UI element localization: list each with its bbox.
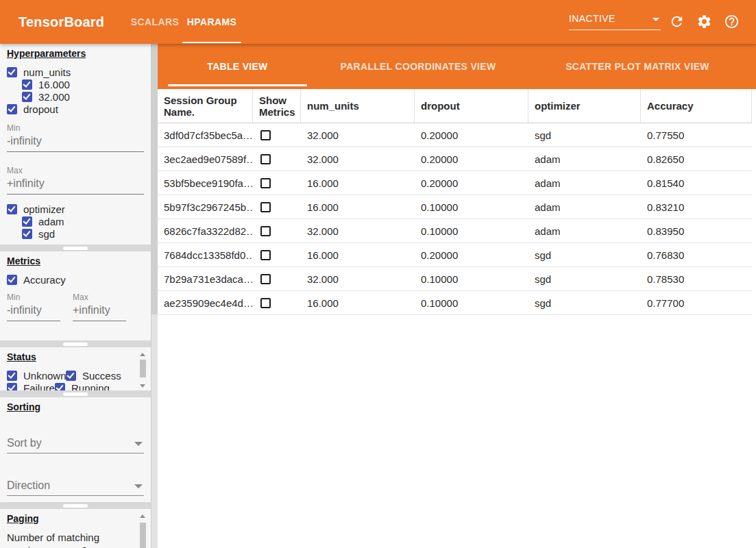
scrollbar-thumb[interactable]: [140, 360, 146, 377]
running-label: Running: [71, 382, 110, 391]
accuracy-cell: 0.77550: [641, 129, 752, 141]
sort-by-dropdown[interactable]: Sort by: [7, 434, 144, 453]
tab-scatter-plot-matrix-view[interactable]: SCATTER PLOT MATRIX VIEW: [547, 44, 728, 89]
refresh-icon[interactable]: [669, 14, 685, 29]
status-scrollbar[interactable]: [139, 353, 147, 388]
running-checkbox[interactable]: [55, 383, 65, 391]
accuracy-min-input[interactable]: [7, 302, 60, 321]
scrollbar-thumb[interactable]: [151, 44, 158, 314]
optimizer-cell: sgd: [528, 273, 641, 285]
num-units-cell: 32.000: [301, 273, 415, 285]
col-show-metrics: Show Metrics: [253, 89, 301, 123]
dropout-max-field: Max: [7, 166, 144, 195]
chevron-down-icon: [653, 18, 659, 21]
dropout-cell: 0.10000: [415, 201, 528, 213]
col-num-units: num_units: [301, 89, 415, 123]
session-group-name-cell: 53bf5bece9190fa…: [158, 177, 253, 189]
accuracy-cell: 0.83210: [641, 201, 752, 213]
failure-checkbox[interactable]: [7, 383, 17, 391]
accuracy-max-input[interactable]: [73, 302, 126, 321]
tab-scalars[interactable]: SCALARS: [127, 0, 182, 44]
show-metrics-checkbox[interactable]: [260, 226, 271, 236]
help-icon[interactable]: [724, 14, 740, 29]
value-16-label: 16.000: [38, 79, 70, 90]
paging-scrollbar[interactable]: [139, 514, 147, 548]
hyperparameters-section: Hyperparameters num_units 16.000 32.000 …: [0, 44, 151, 245]
table-row: ae235909ec4e4d… 16.000 0.10000 sgd 0.777…: [158, 291, 752, 315]
show-metrics-cell: [253, 226, 301, 236]
tab-hparams[interactable]: HPARAMS: [182, 0, 241, 44]
col-accuracy: Accuracy: [641, 89, 752, 123]
num-units-cell: 16.000: [301, 249, 415, 261]
accuracy-cell: 0.81540: [641, 177, 752, 189]
num-units-cell: 16.000: [301, 177, 415, 189]
dropout-min-label: Min: [7, 123, 144, 133]
status-success: Success: [66, 370, 121, 382]
section-resize-handle[interactable]: [0, 340, 151, 347]
sidebar-scrollbar[interactable]: [151, 44, 158, 548]
dropout-max-input[interactable]: [7, 175, 144, 195]
success-label: Success: [82, 370, 121, 382]
accuracy-minmax: Min Max: [7, 292, 144, 321]
table-row: 6826c7fa3322d82… 32.000 0.10000 adam 0.8…: [158, 219, 752, 243]
show-metrics-checkbox[interactable]: [260, 178, 271, 188]
value-16-checkbox[interactable]: [22, 79, 32, 90]
section-resize-handle[interactable]: [0, 502, 151, 509]
dropout-cell: 0.10000: [415, 273, 528, 285]
sgd-checkbox[interactable]: [22, 229, 32, 239]
value-32-checkbox[interactable]: [22, 92, 32, 102]
show-metrics-checkbox[interactable]: [260, 202, 271, 212]
optimizer-cell: adam: [528, 225, 641, 237]
session-group-name-cell: ae235909ec4e4d…: [158, 297, 253, 309]
num-units-value-32: 32.000: [22, 90, 144, 103]
tab-parallel-coordinates-view[interactable]: PARALLEL COORDINATES VIEW: [328, 44, 509, 89]
show-metrics-checkbox[interactable]: [260, 250, 271, 260]
optimizer-value-sgd: sgd: [22, 227, 144, 240]
table-body: 3df0d7cf35bec5a… 32.000 0.20000 sgd 0.77…: [158, 123, 752, 315]
show-metrics-checkbox[interactable]: [260, 274, 271, 284]
tab-table-view-label: TABLE VIEW: [207, 61, 267, 72]
unknown-checkbox[interactable]: [7, 371, 17, 381]
show-metrics-checkbox[interactable]: [260, 130, 271, 140]
scroll-up-icon[interactable]: [140, 353, 145, 356]
table-row: 53bf5bece9190fa… 16.000 0.20000 adam 0.8…: [158, 171, 752, 195]
section-resize-handle[interactable]: [0, 390, 151, 397]
show-metrics-cell: [253, 202, 301, 212]
session-group-name-cell: 6826c7fa3322d82…: [158, 225, 253, 237]
num-units-checkbox[interactable]: [7, 67, 17, 77]
table-row: 5b97f3c2967245b… 16.000 0.10000 adam 0.8…: [158, 195, 752, 219]
accuracy-cell: 0.77700: [641, 297, 752, 309]
success-checkbox[interactable]: [66, 371, 76, 381]
show-metrics-checkbox[interactable]: [260, 154, 271, 164]
scroll-up-icon[interactable]: [140, 514, 145, 518]
sessions-table: Session Group Name. Show Metrics num_uni…: [158, 89, 752, 315]
accuracy-cell: 0.82650: [641, 153, 752, 165]
dropout-min-input[interactable]: [7, 133, 144, 152]
scrollbar-thumb[interactable]: [140, 523, 146, 548]
table-row: 7684dcc13358fd0… 16.000 0.20000 sgd 0.76…: [158, 243, 752, 267]
session-group-name-cell: 3df0d7cf35bec5a…: [158, 129, 253, 141]
dropout-cell: 0.20000: [415, 129, 528, 141]
dropout-cell: 0.10000: [415, 297, 528, 309]
hyperparameters-title: Hyperparameters: [7, 48, 144, 59]
adam-checkbox[interactable]: [22, 216, 32, 227]
direction-dropdown[interactable]: Direction: [7, 477, 144, 496]
show-metrics-checkbox[interactable]: [260, 298, 271, 308]
dropout-cell: 0.20000: [415, 153, 528, 165]
dropout-checkbox[interactable]: [7, 104, 17, 114]
accuracy-checkbox[interactable]: [7, 275, 17, 285]
show-metrics-cell: [253, 178, 301, 188]
status-section: Status Unknown Success Failure R: [0, 347, 151, 390]
active-tab-indicator: [182, 42, 241, 43]
gear-icon[interactable]: [696, 14, 712, 29]
status-dropdown[interactable]: INACTIVE: [569, 9, 661, 30]
sgd-label: sgd: [38, 228, 55, 240]
sorting-section: Sorting Sort by Direction: [0, 397, 151, 502]
optimizer-checkbox[interactable]: [7, 204, 17, 214]
sorting-title: Sorting: [7, 401, 144, 412]
optimizer-cell: sgd: [528, 249, 641, 261]
scroll-down-icon[interactable]: [140, 384, 145, 388]
tab-table-view[interactable]: TABLE VIEW: [168, 44, 307, 89]
section-resize-handle[interactable]: [0, 245, 151, 251]
accuracy-max-field: Max: [73, 292, 126, 321]
